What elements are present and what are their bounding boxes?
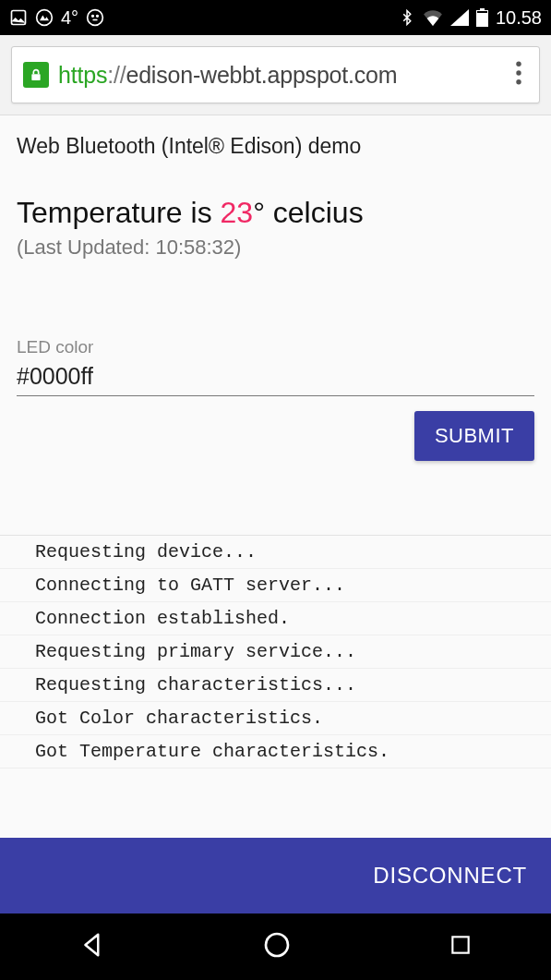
- log-item: Requesting characteristics...: [0, 669, 551, 702]
- svg-point-10: [516, 70, 521, 75]
- last-updated: (Last Updated: 10:58:32): [17, 236, 534, 260]
- browser-toolbar: https://edison-webbt.appspot.com: [0, 35, 551, 115]
- temperature-prefix: Temperature is: [17, 196, 221, 229]
- menu-icon[interactable]: [509, 61, 528, 89]
- log-item: Got Temperature characteristics.: [0, 735, 551, 768]
- temperature-value: 23: [221, 196, 254, 229]
- svg-point-1: [37, 10, 53, 26]
- battery-icon: [476, 8, 488, 27]
- android-status-bar: 4° 10.58: [0, 0, 551, 35]
- svg-point-3: [92, 16, 94, 18]
- log-item: Requesting primary service...: [0, 635, 551, 669]
- url-scheme: https: [58, 62, 107, 89]
- home-icon[interactable]: [262, 930, 292, 963]
- face-icon: [86, 8, 104, 27]
- submit-button[interactable]: SUBMIT: [414, 411, 534, 461]
- svg-rect-13: [452, 937, 468, 952]
- svg-point-4: [97, 16, 99, 18]
- svg-rect-7: [477, 11, 487, 13]
- status-temperature: 4°: [61, 7, 78, 29]
- svg-point-11: [516, 79, 521, 84]
- bluetooth-icon: [399, 8, 415, 27]
- svg-point-9: [516, 62, 521, 67]
- log-item: Got Color characteristics.: [0, 702, 551, 735]
- status-clock: 10.58: [496, 7, 542, 29]
- wifi-icon: [423, 9, 443, 26]
- page-content: Web Bluetooth (Intel® Edison) demo Tempe…: [0, 115, 551, 838]
- page-title: Web Bluetooth (Intel® Edison) demo: [17, 134, 534, 159]
- image-icon: [9, 8, 28, 27]
- lock-icon: [23, 62, 49, 88]
- recents-icon[interactable]: [449, 933, 473, 961]
- led-color-label: LED color: [17, 337, 534, 357]
- temperature-suffix: ° celcius: [253, 196, 364, 229]
- updated-time: 10:58:32: [155, 236, 234, 259]
- svg-point-12: [266, 934, 288, 956]
- mountain-icon: [35, 8, 54, 27]
- url-host: edison-webbt.appspot.com: [126, 62, 397, 89]
- svg-rect-6: [480, 8, 485, 11]
- disconnect-button[interactable]: DISCONNECT: [373, 863, 527, 889]
- log-item: Connection established.: [0, 602, 551, 635]
- temperature-heading: Temperature is 23° celcius: [17, 196, 534, 230]
- address-bar[interactable]: https://edison-webbt.appspot.com: [11, 46, 540, 103]
- led-color-input[interactable]: [17, 359, 534, 396]
- log-item: Connecting to GATT server...: [0, 569, 551, 602]
- url-separator: ://: [107, 62, 126, 89]
- back-icon[interactable]: [78, 931, 106, 962]
- android-nav-bar: [0, 913, 551, 980]
- svg-rect-8: [31, 74, 40, 80]
- url-text: https://edison-webbt.appspot.com: [58, 62, 397, 89]
- bottom-action-bar: DISCONNECT: [0, 838, 551, 913]
- log-item: Requesting device...: [0, 536, 551, 569]
- svg-point-2: [88, 10, 103, 26]
- log-list: Requesting device... Connecting to GATT …: [0, 535, 551, 768]
- signal-icon: [450, 9, 469, 26]
